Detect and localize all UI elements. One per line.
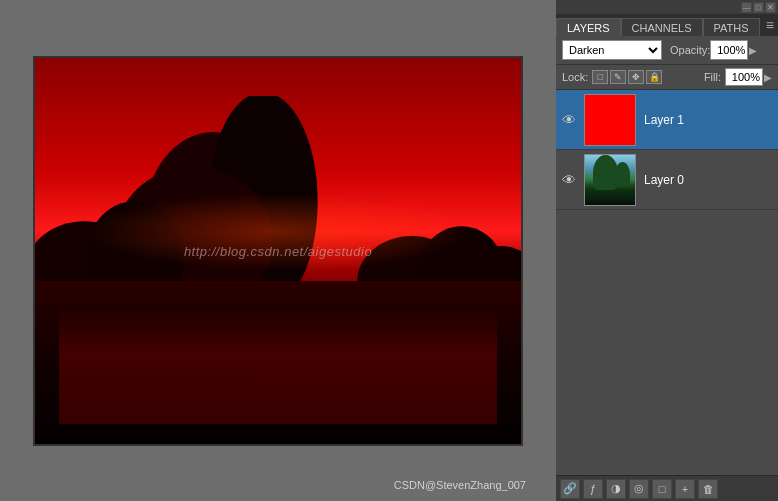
layer-mask-btn[interactable]: ◑ bbox=[606, 479, 626, 499]
lock-paint-btn[interactable]: ✎ bbox=[610, 70, 626, 84]
eye-icon-layer1[interactable]: 👁 bbox=[560, 111, 578, 129]
canvas-area: http://blog.csdn.net/aigestudio CSDN@Ste… bbox=[0, 0, 556, 501]
blend-row: Darken Opacity: ▶ bbox=[556, 36, 778, 65]
lock-label: Lock: bbox=[562, 71, 588, 83]
fill-input[interactable] bbox=[725, 68, 763, 86]
layers-panel: — □ ✕ LAYERS CHANNELS PATHS ≡ Darken Opa… bbox=[556, 0, 778, 501]
layer-thumb-0 bbox=[584, 154, 636, 206]
link-layers-btn[interactable]: 🔗 bbox=[560, 479, 580, 499]
adjustment-layer-btn[interactable]: ◎ bbox=[629, 479, 649, 499]
fill-arrow[interactable]: ▶ bbox=[764, 72, 772, 83]
opacity-label: Opacity: bbox=[670, 44, 710, 56]
group-layers-btn[interactable]: □ bbox=[652, 479, 672, 499]
maximize-btn[interactable]: □ bbox=[753, 2, 764, 13]
layer-name-1: Layer 1 bbox=[644, 113, 684, 127]
eye-icon-layer0[interactable]: 👁 bbox=[560, 171, 578, 189]
opacity-arrow[interactable]: ▶ bbox=[749, 45, 757, 56]
layer-toolbar: 🔗 ƒ ◑ ◎ □ + 🗑 bbox=[556, 475, 778, 501]
layer-style-btn[interactable]: ƒ bbox=[583, 479, 603, 499]
tab-layers[interactable]: LAYERS bbox=[556, 18, 621, 36]
lock-all-btn[interactable]: 🔒 bbox=[646, 70, 662, 84]
layer-item-0[interactable]: 👁 Layer 0 bbox=[556, 150, 778, 210]
layers-list: 👁 Layer 1 👁 Layer 0 bbox=[556, 90, 778, 475]
layer-item-1[interactable]: 👁 Layer 1 bbox=[556, 90, 778, 150]
title-bar: — □ ✕ bbox=[558, 0, 778, 14]
close-btn[interactable]: ✕ bbox=[765, 2, 776, 13]
panel-menu-icon[interactable]: ≡ bbox=[766, 17, 774, 33]
new-layer-btn[interactable]: + bbox=[675, 479, 695, 499]
tab-channels[interactable]: CHANNELS bbox=[621, 18, 703, 36]
layer-name-0: Layer 0 bbox=[644, 173, 684, 187]
minimize-btn[interactable]: — bbox=[741, 2, 752, 13]
opacity-input[interactable] bbox=[710, 40, 748, 60]
layer-thumb-1 bbox=[584, 94, 636, 146]
lock-move-btn[interactable]: ✥ bbox=[628, 70, 644, 84]
watermark: http://blog.csdn.net/aigestudio bbox=[184, 243, 372, 258]
layer-thumb-photo bbox=[585, 155, 635, 205]
bottom-watermark: CSDN@StevenZhang_007 bbox=[394, 479, 526, 491]
delete-layer-btn[interactable]: 🗑 bbox=[698, 479, 718, 499]
fill-label: Fill: bbox=[704, 71, 721, 83]
canvas-image: http://blog.csdn.net/aigestudio bbox=[35, 58, 521, 444]
layer-thumb-red bbox=[585, 95, 635, 145]
image-frame: http://blog.csdn.net/aigestudio bbox=[33, 56, 523, 446]
lock-pixels-btn[interactable]: □ bbox=[592, 70, 608, 84]
tab-paths[interactable]: PATHS bbox=[703, 18, 760, 36]
panel-tabs: LAYERS CHANNELS PATHS ≡ bbox=[556, 14, 778, 36]
lock-row: Lock: □ ✎ ✥ 🔒 Fill: ▶ bbox=[556, 65, 778, 90]
blend-mode-select[interactable]: Darken bbox=[562, 40, 662, 60]
